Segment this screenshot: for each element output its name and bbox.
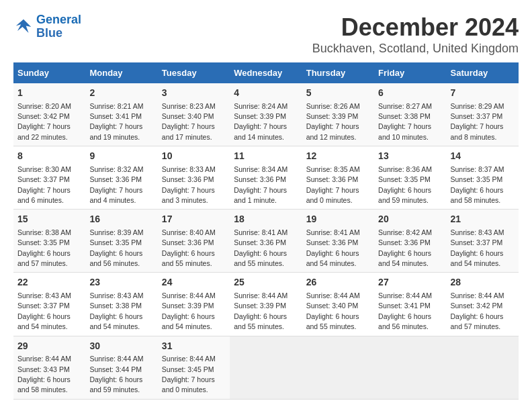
daylight-info: Daylight: 6 hours and 54 minutes. [378,249,431,267]
header-day: Monday [85,62,157,83]
sunrise-info: Sunrise: 8:44 AM [234,291,287,300]
day-number: 18 [234,213,298,226]
sunset-info: Sunset: 3:36 PM [89,175,142,183]
sunset-info: Sunset: 3:39 PM [234,112,286,120]
calendar-week-row: 22 Sunrise: 8:43 AM Sunset: 3:37 PM Dayl… [13,273,519,336]
header-day: Wednesday [230,62,302,83]
calendar-day-cell: 11 Sunrise: 8:34 AM Sunset: 3:36 PM Dayl… [230,146,302,210]
day-number: 16 [89,213,153,226]
calendar-day-cell: 18 Sunrise: 8:41 AM Sunset: 3:36 PM Dayl… [230,210,302,273]
day-number: 30 [89,340,153,353]
sunset-info: Sunset: 3:36 PM [162,175,214,183]
sunrise-info: Sunrise: 8:41 AM [306,228,360,236]
daylight-info: Daylight: 7 hours and 3 minutes. [162,186,215,204]
sunset-info: Sunset: 3:40 PM [162,112,214,120]
sunrise-info: Sunrise: 8:38 AM [17,228,71,236]
sunrise-info: Sunrise: 8:43 AM [89,291,143,300]
sunrise-info: Sunrise: 8:43 AM [17,291,71,300]
calendar-body: 1 Sunrise: 8:20 AM Sunset: 3:42 PM Dayli… [13,83,519,399]
sunset-info: Sunset: 3:41 PM [89,112,142,120]
sunrise-info: Sunrise: 8:30 AM [17,165,71,173]
sunrise-info: Sunrise: 8:44 AM [162,355,216,363]
sunrise-info: Sunrise: 8:32 AM [89,165,143,173]
logo-line2: Blue [36,26,62,40]
sunset-info: Sunset: 3:35 PM [378,175,431,183]
calendar-day-cell: 20 Sunrise: 8:42 AM Sunset: 3:36 PM Dayl… [374,210,446,273]
day-number: 8 [17,150,81,163]
sunset-info: Sunset: 3:39 PM [306,112,359,120]
calendar-day-cell [374,336,446,399]
sunset-info: Sunset: 3:43 PM [17,365,70,373]
sunset-info: Sunset: 3:42 PM [17,112,70,120]
daylight-info: Daylight: 7 hours and 22 minutes. [17,122,71,140]
header-day: Thursday [302,62,374,83]
logo: General Blue [13,13,81,40]
location-title: Buckhaven, Scotland, United Kingdom [312,42,519,56]
calendar-day-cell: 25 Sunrise: 8:44 AM Sunset: 3:39 PM Dayl… [230,273,302,336]
daylight-info: Daylight: 7 hours and 6 minutes. [17,186,71,204]
sunset-info: Sunset: 3:36 PM [306,175,359,183]
sunrise-info: Sunrise: 8:24 AM [234,102,287,110]
daylight-info: Daylight: 6 hours and 57 minutes. [17,249,71,267]
sunrise-info: Sunrise: 8:44 AM [89,355,143,363]
sunset-info: Sunset: 3:44 PM [89,365,142,373]
sunrise-info: Sunrise: 8:44 AM [451,291,504,300]
sunset-info: Sunset: 3:37 PM [17,175,70,183]
calendar-day-cell: 19 Sunrise: 8:41 AM Sunset: 3:36 PM Dayl… [302,210,374,273]
calendar-day-cell: 17 Sunrise: 8:40 AM Sunset: 3:36 PM Dayl… [158,210,230,273]
sunrise-info: Sunrise: 8:26 AM [306,102,360,110]
header-day: Tuesday [158,62,230,83]
daylight-info: Daylight: 7 hours and 0 minutes. [306,186,359,204]
day-number: 24 [162,276,226,289]
calendar-day-cell: 24 Sunrise: 8:44 AM Sunset: 3:39 PM Dayl… [158,273,230,336]
daylight-info: Daylight: 7 hours and 8 minutes. [451,122,504,140]
sunrise-info: Sunrise: 8:44 AM [306,291,360,300]
sunrise-info: Sunrise: 8:44 AM [162,291,216,300]
day-number: 19 [306,213,370,226]
calendar-day-cell: 28 Sunrise: 8:44 AM Sunset: 3:42 PM Dayl… [447,273,519,336]
calendar-week-row: 15 Sunrise: 8:38 AM Sunset: 3:35 PM Dayl… [13,210,519,273]
header-day: Saturday [447,62,519,83]
day-number: 27 [378,276,442,289]
sunrise-info: Sunrise: 8:37 AM [451,165,504,173]
sunrise-info: Sunrise: 8:35 AM [306,165,360,173]
calendar-day-cell: 10 Sunrise: 8:33 AM Sunset: 3:36 PM Dayl… [158,146,230,210]
daylight-info: Daylight: 7 hours and 19 minutes. [89,122,142,140]
sunset-info: Sunset: 3:36 PM [378,238,431,246]
daylight-info: Daylight: 7 hours and 0 minutes. [162,375,215,394]
day-number: 25 [234,276,298,289]
sunset-info: Sunset: 3:36 PM [234,238,286,246]
month-title: December 2024 [312,13,519,42]
sunset-info: Sunset: 3:45 PM [162,365,214,373]
day-number: 13 [378,150,442,163]
calendar-day-cell: 7 Sunrise: 8:29 AM Sunset: 3:37 PM Dayli… [447,83,519,146]
calendar-day-cell: 29 Sunrise: 8:44 AM Sunset: 3:43 PM Dayl… [13,336,85,399]
logo-line1: General [36,13,81,26]
sunrise-info: Sunrise: 8:36 AM [378,165,432,173]
daylight-info: Daylight: 7 hours and 4 minutes. [89,186,142,204]
sunset-info: Sunset: 3:38 PM [89,302,142,310]
daylight-info: Daylight: 6 hours and 58 minutes. [17,375,71,394]
calendar-week-row: 8 Sunrise: 8:30 AM Sunset: 3:37 PM Dayli… [13,146,519,210]
logo-icon [13,17,34,37]
daylight-info: Daylight: 6 hours and 54 minutes. [306,249,359,267]
daylight-info: Daylight: 6 hours and 55 minutes. [306,312,359,330]
day-number: 23 [89,276,153,289]
calendar-week-row: 29 Sunrise: 8:44 AM Sunset: 3:43 PM Dayl… [13,336,519,399]
day-number: 29 [17,340,81,353]
sunset-info: Sunset: 3:38 PM [378,112,431,120]
calendar-day-cell: 15 Sunrise: 8:38 AM Sunset: 3:35 PM Dayl… [13,210,85,273]
sunrise-info: Sunrise: 8:21 AM [89,102,143,110]
daylight-info: Daylight: 6 hours and 59 minutes. [378,186,431,204]
day-number: 21 [451,213,515,226]
day-number: 22 [17,276,81,289]
daylight-info: Daylight: 7 hours and 12 minutes. [306,122,359,140]
sunrise-info: Sunrise: 8:40 AM [162,228,216,236]
day-number: 7 [451,87,515,100]
calendar-day-cell: 3 Sunrise: 8:23 AM Sunset: 3:40 PM Dayli… [158,83,230,146]
daylight-info: Daylight: 6 hours and 58 minutes. [451,186,504,204]
calendar-day-cell: 22 Sunrise: 8:43 AM Sunset: 3:37 PM Dayl… [13,273,85,336]
sunset-info: Sunset: 3:36 PM [162,238,214,246]
sunset-info: Sunset: 3:37 PM [451,112,503,120]
sunrise-info: Sunrise: 8:43 AM [451,228,504,236]
